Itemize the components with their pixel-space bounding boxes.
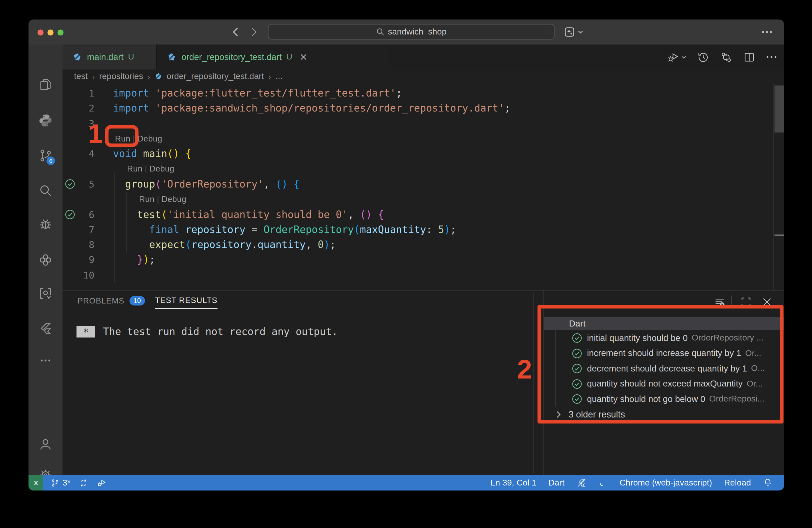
git-branch-status[interactable]: 3* (50, 478, 71, 488)
remote-indicator[interactable] (29, 475, 43, 490)
close-tab-icon[interactable] (299, 53, 307, 61)
git-branch-icon (50, 478, 59, 487)
status-bar: 3* Ln 39, Col 1 Dart Chrome (web-java (29, 475, 784, 490)
forward-icon[interactable] (248, 27, 259, 38)
dart-file-icon (155, 73, 163, 80)
annotation-number-2: 2 (513, 358, 532, 380)
sync-status[interactable] (79, 478, 88, 487)
code-line-9: 9 }); (62, 252, 784, 267)
annotation-box-2 (537, 305, 783, 424)
screencast-icon[interactable] (35, 283, 56, 304)
reload-button[interactable]: Reload (724, 478, 751, 488)
run-debug-button[interactable] (667, 51, 686, 63)
codelens-debug-link[interactable]: Debug (137, 134, 162, 143)
codelens-row: Run | Debug (62, 131, 784, 146)
compare-changes-icon[interactable] (720, 51, 733, 63)
breadcrumb-repositories[interactable]: repositories (99, 72, 143, 82)
activity-bar: 6 (29, 44, 62, 475)
annotation-box-1 (105, 125, 139, 147)
explorer-icon[interactable] (35, 75, 56, 95)
tab-main-dart[interactable]: main.dart U (62, 44, 157, 70)
tab-bar: main.dart U order_repository_test.dart U (62, 44, 784, 70)
tab-order-repository-test-dart[interactable]: order_repository_test.dart U (158, 44, 388, 70)
loading-spinner-icon (598, 478, 608, 487)
timeline-icon[interactable] (697, 51, 710, 63)
code-line-3: 3 (62, 116, 784, 131)
tab-problems[interactable]: PROBLEMS 10 (77, 296, 145, 306)
search-value: sandwich_shop (388, 27, 447, 37)
flutter-disabled-icon[interactable] (577, 478, 586, 488)
debug-status[interactable] (97, 478, 106, 488)
copilot-button[interactable] (564, 26, 583, 38)
back-icon[interactable] (231, 27, 242, 38)
codelens-row: Run | Debug (62, 161, 784, 176)
modified-badge: U (128, 52, 134, 62)
code-editor[interactable]: 1import 'package:flutter_test/flutter_te… (62, 84, 784, 290)
code-line-1: 1import 'package:flutter_test/flutter_te… (62, 86, 784, 101)
debug-icon[interactable] (35, 214, 56, 234)
code-line-5: 5 group('OrderRepository', () { (62, 176, 784, 192)
codelens-debug-link[interactable]: Debug (149, 164, 174, 173)
code-line-10: 10 (62, 267, 784, 282)
problems-badge: 10 (129, 296, 145, 306)
title-bar: sandwich_shop (29, 19, 784, 44)
output-asterisk: * (76, 326, 95, 337)
breadcrumb-test[interactable]: test (74, 72, 88, 82)
minimize-traffic-light[interactable] (47, 29, 54, 35)
test-pass-icon[interactable] (64, 178, 75, 190)
dart-file-icon (72, 52, 82, 62)
code-line-4: 4void main() { (62, 146, 784, 161)
code-line-2: 2import 'package:sandwich_shop/repositor… (62, 101, 784, 116)
chevron-down-icon (578, 29, 583, 35)
device-selector[interactable]: Chrome (web-javascript) (620, 478, 712, 488)
code-line-7: 7 final repository = OrderRepository(max… (62, 222, 784, 237)
breadcrumb-file[interactable]: order_repository_test.dart (167, 72, 264, 82)
breadcrumb-more[interactable]: ... (276, 72, 282, 82)
python-icon[interactable] (35, 111, 56, 131)
chevron-down-icon (681, 54, 686, 60)
source-control-icon[interactable]: 6 (35, 146, 56, 165)
dart-file-icon (167, 52, 176, 62)
annotation-number-1: 1 (84, 121, 103, 146)
codelens-debug-link[interactable]: Debug (161, 194, 186, 203)
language-mode[interactable]: Dart (549, 478, 565, 488)
screen: sandwich_shop 6 (0, 0, 812, 528)
titlebar-more-icon[interactable] (762, 29, 772, 34)
search-input[interactable]: sandwich_shop (268, 24, 554, 40)
tab-test-results[interactable]: TEST RESULTS (155, 296, 218, 309)
close-traffic-light[interactable] (38, 29, 44, 35)
notifications-bell-icon[interactable] (763, 478, 772, 487)
sync-icon (79, 478, 88, 487)
search-sidebar-icon[interactable] (35, 180, 56, 201)
test-pass-icon[interactable] (64, 209, 75, 220)
modified-badge: U (286, 52, 292, 62)
extensions-icon[interactable] (35, 250, 56, 270)
code-line-8: 8 expect(repository.quantity, 0); (62, 237, 784, 252)
search-icon (376, 28, 385, 36)
test-output-line: * The test run did not record any output… (76, 325, 338, 337)
codelens-run-link[interactable]: Run (139, 194, 155, 203)
codelens-row: Run | Debug (62, 191, 784, 207)
flutter-icon[interactable] (35, 319, 56, 338)
accounts-icon[interactable] (35, 435, 56, 455)
cursor-position[interactable]: Ln 39, Col 1 (491, 478, 536, 488)
code-line-6: 6 test('initial quantity should be 0', (… (62, 207, 784, 222)
maximize-traffic-light[interactable] (58, 29, 63, 35)
scrollbar-thumb[interactable] (774, 86, 784, 132)
codelens-run-link[interactable]: Run (127, 164, 143, 173)
more-views-icon[interactable] (35, 351, 56, 370)
editor-more-icon[interactable] (766, 55, 777, 59)
debug-play-icon (97, 478, 106, 488)
scm-badge: 6 (46, 157, 55, 165)
breadcrumb: test › repositories › order_repository_t… (62, 70, 784, 84)
split-editor-icon[interactable] (743, 51, 755, 63)
